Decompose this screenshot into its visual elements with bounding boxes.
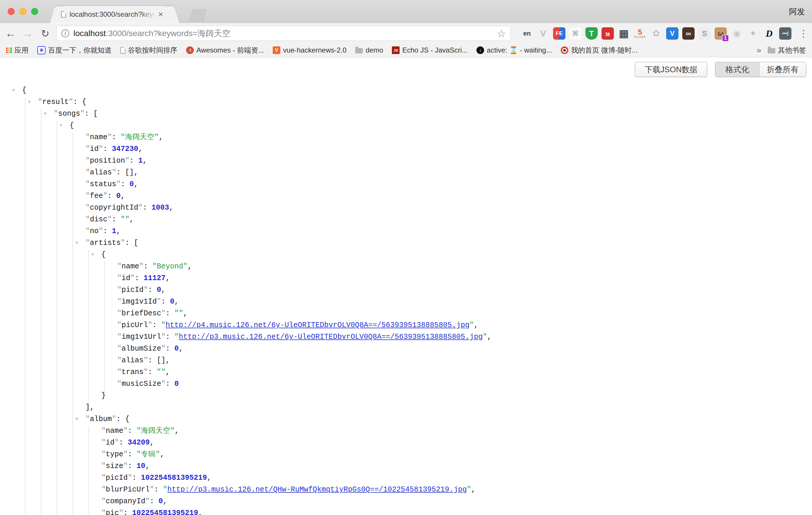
bookmarks-overflow-chevron[interactable]: » xyxy=(756,46,761,55)
json-row-6: "position": 1, xyxy=(0,155,812,167)
bookmark-item-2[interactable]: 谷歌按时间排序 xyxy=(120,46,177,55)
json-row-26: } xyxy=(0,390,812,402)
bookmark-item-3[interactable]: AAwesomes - 前端资... xyxy=(186,46,264,55)
maximize-window-button[interactable] xyxy=(31,8,38,15)
collapse-arrow-icon[interactable]: ▼ xyxy=(76,237,78,249)
json-row-25: "musicSize": 0 xyxy=(0,378,812,390)
json-row-9: "fee": 0, xyxy=(0,190,812,202)
monkey-extension-icon[interactable]: ω1 xyxy=(715,27,727,40)
tab-favicon-document-icon xyxy=(61,11,66,18)
collapse-arrow-icon[interactable]: ▼ xyxy=(12,85,15,96)
awesomes-favicon: A xyxy=(186,47,194,54)
bookmark-star-icon[interactable]: ☆ xyxy=(497,28,506,39)
new-tab-button[interactable] xyxy=(189,9,207,23)
json-row-15: "name": "Beyond", xyxy=(0,261,812,273)
browser-menu-icon[interactable]: ⋮ xyxy=(798,23,810,44)
fe-helper-icon[interactable]: FE xyxy=(553,27,566,40)
download-json-button[interactable]: 下载JSON数据 xyxy=(635,62,707,77)
video-speed-icon[interactable]: » xyxy=(602,27,614,40)
sitemap-extension-icon[interactable]: ⌘ xyxy=(569,27,582,40)
hummingbird-extension-icon[interactable]: ✦ xyxy=(747,27,759,40)
format-collapse-toggle: 格式化 折叠所有 xyxy=(715,62,806,77)
bookmark-item-4[interactable]: Vvue-hackernews-2.0 xyxy=(273,46,346,54)
json-row-19: "briefDesc": "", xyxy=(0,308,812,319)
json-row-31: "type": "专辑", xyxy=(0,449,812,460)
translate-extension-icon[interactable]: en xyxy=(521,27,533,40)
json-row-34: "blurPicUrl": "http://p3.music.126.net/Q… xyxy=(0,484,812,496)
folder-icon xyxy=(355,48,363,53)
paw-extension-icon[interactable]: ✿ xyxy=(650,27,662,40)
tab-localhost[interactable]: localhost:3000/search?keywor × xyxy=(57,6,172,23)
bookmark-item-0[interactable]: 应用 xyxy=(6,46,28,55)
collapse-all-button[interactable]: 折叠所有 xyxy=(759,62,806,77)
collapse-arrow-icon[interactable]: ▼ xyxy=(91,249,94,261)
page-info-icon[interactable]: i xyxy=(61,29,69,37)
json-row-1: ▼"result": { xyxy=(0,96,812,108)
forward-button: → xyxy=(20,23,35,44)
json-row-28: ▼"album": { xyxy=(0,413,812,425)
tab-close-icon[interactable]: × xyxy=(158,10,163,19)
json-tree: ▼{▼"result": {▼"songs": [▼{"name": "海阔天空… xyxy=(0,85,812,515)
html5-player-icon[interactable]: 5PLAYER xyxy=(634,27,646,40)
json-row-32: "size": 10, xyxy=(0,460,812,472)
weibo-favicon xyxy=(561,47,568,54)
tree-guide-line xyxy=(41,109,41,514)
bookmark-label: active: ⌛ - waiting... xyxy=(487,46,552,54)
json-row-21: "img1v1Url": "http://p3.music.126.net/6y… xyxy=(0,331,812,343)
vimium-extension-icon[interactable]: V xyxy=(666,27,678,40)
tab-strip: localhost:3000/search?keywor × 阿发 xyxy=(0,0,812,23)
tampermonkey-shield-icon[interactable]: T xyxy=(585,27,598,40)
json-row-36: "pic": 102254581395219, xyxy=(0,507,812,515)
bookmark-label: 谷歌按时间排序 xyxy=(128,46,177,55)
weibo-extension-icon[interactable]: ◉ xyxy=(731,27,743,40)
collapse-arrow-icon[interactable]: ▼ xyxy=(60,120,62,132)
json-row-2: ▼"songs": [ xyxy=(0,108,812,120)
other-bookmarks[interactable]: 其他书签 xyxy=(768,46,806,55)
bookmark-label: Awesomes - 前端资... xyxy=(196,46,264,55)
other-bookmarks-label: 其他书签 xyxy=(778,46,806,55)
json-row-7: "alias": [], xyxy=(0,167,812,178)
baidu-favicon: ❋ xyxy=(37,46,46,54)
tree-guide-line xyxy=(25,97,26,514)
close-window-button[interactable] xyxy=(8,8,15,15)
page-favicon xyxy=(120,47,125,54)
json-link-blurPicUrl[interactable]: http://p3.music.126.net/QHw-RuMwfQkmqtiy… xyxy=(167,485,467,494)
bookmark-item-5[interactable]: demo xyxy=(355,46,383,54)
bookmark-item-8[interactable]: 我的首页 微博-随时... xyxy=(561,46,638,55)
extension-badge: 1 xyxy=(722,35,729,42)
back-button[interactable]: ← xyxy=(3,23,18,44)
json-row-16: "id": 11127, xyxy=(0,273,812,284)
vue-favicon: V xyxy=(273,47,280,54)
json-row-20: "picUrl": "http://p4.music.126.net/6y-Ul… xyxy=(0,319,812,331)
json-row-13: ▼"artists": [ xyxy=(0,237,812,249)
extensions-row: enVFE⌘T»▦5PLAYER✿V∞Sω1◉✦D•••| xyxy=(521,23,791,44)
json-row-27: ], xyxy=(0,402,812,413)
collapse-arrow-icon[interactable]: ▼ xyxy=(28,96,31,108)
tree-guide-line xyxy=(88,250,89,406)
json-row-33: "picId": 102254581395219, xyxy=(0,472,812,484)
reload-button[interactable]: ↻ xyxy=(37,23,53,44)
onepassword-extension-icon[interactable]: •••| xyxy=(779,27,791,40)
s-extension-icon[interactable]: S xyxy=(698,27,711,40)
json-link-img1v1Url[interactable]: http://p3.music.126.net/6y-UleORITEDbvrO… xyxy=(179,333,483,341)
bookmark-label: 应用 xyxy=(14,46,28,55)
vue-devtools-icon[interactable]: V xyxy=(537,27,549,40)
format-button[interactable]: 格式化 xyxy=(716,62,759,77)
bookmark-item-6[interactable]: JSEcho JS - JavaScri... xyxy=(392,46,468,54)
url-text[interactable]: localhost:3000/search?keywords=海阔天空 xyxy=(74,28,230,39)
profile-name[interactable]: 阿发 xyxy=(789,6,805,17)
tab-title: localhost:3000/search?keywor xyxy=(69,10,157,19)
minimize-window-button[interactable] xyxy=(19,8,26,15)
collapse-arrow-icon[interactable]: ▼ xyxy=(76,413,78,425)
qrcode-extension-icon[interactable]: ▦ xyxy=(618,27,630,40)
json-link-picUrl[interactable]: http://p4.music.126.net/6y-UleORITEDbvrO… xyxy=(166,321,469,330)
tree-guide-line xyxy=(88,426,89,514)
collapse-arrow-icon[interactable]: ▼ xyxy=(44,108,47,120)
json-row-11: "disc": "", xyxy=(0,214,812,226)
address-bar[interactable]: i localhost:3000/search?keywords=海阔天空 ☆ xyxy=(56,26,511,41)
mask-extension-icon[interactable]: ∞ xyxy=(682,27,695,40)
bookmark-item-7[interactable]: ↓active: ⌛ - waiting... xyxy=(476,46,552,54)
json-row-35: "companyId": 0, xyxy=(0,496,812,507)
bookmark-item-1[interactable]: ❋百度一下，你就知道 xyxy=(37,46,112,55)
dash-extension-icon[interactable]: D xyxy=(763,27,775,40)
